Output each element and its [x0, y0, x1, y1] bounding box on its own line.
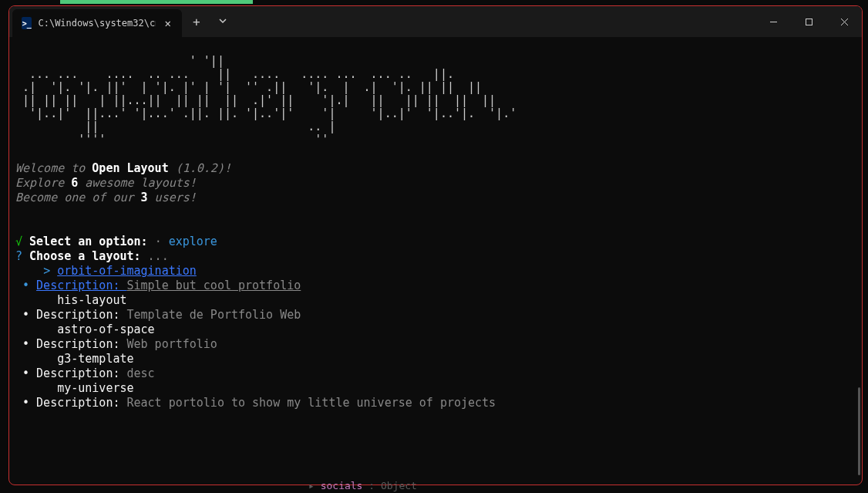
titlebar-left: >_ C:\Windows\system32\cmd.e ✕ + — [9, 6, 234, 37]
select-prompt-label: Select an option: — [29, 235, 148, 248]
new-tab-button[interactable]: + — [182, 15, 211, 29]
check-icon: √ — [15, 235, 22, 248]
tab-title: C:\Windows\system32\cmd.e — [38, 18, 155, 29]
select-dot: · — [155, 235, 162, 248]
footer-sep: : — [368, 480, 375, 491]
app-name: Open Layout — [92, 161, 168, 175]
footer-key: socials — [321, 480, 363, 491]
minimize-button[interactable] — [755, 9, 791, 34]
selected-option: explore — [169, 235, 217, 248]
terminal-window: >_ C:\Windows\system32\cmd.e ✕ + — [8, 5, 863, 485]
welcome-text-prefix: Welcome to — [15, 161, 92, 175]
maximize-button[interactable] — [791, 9, 826, 34]
window-controls — [755, 6, 862, 37]
powershell-icon: >_ — [22, 17, 32, 29]
footer-type: Object — [381, 480, 417, 491]
ascii-banner: ' '|| ... ... .... .. ... || .... .... .… — [15, 55, 856, 147]
become-suffix: users! — [148, 191, 197, 204]
scrollbar[interactable] — [858, 387, 860, 475]
choose-dots: ... — [148, 249, 169, 263]
svg-rect-1 — [806, 19, 812, 25]
close-window-button[interactable] — [826, 9, 862, 34]
tab-dropdown-button[interactable] — [211, 17, 234, 26]
footer-arrow-icon: ▸ — [308, 480, 315, 491]
terminal-output[interactable]: ' '|| ... ... .... .. ... || .... .... .… — [9, 37, 862, 414]
layout-count: 6 — [71, 176, 78, 190]
explore-prefix: Explore — [15, 176, 71, 190]
active-tab[interactable]: >_ C:\Windows\system32\cmd.e ✕ — [12, 9, 182, 37]
question-icon: ? — [15, 249, 22, 263]
become-prefix: Become one of our — [15, 191, 141, 204]
titlebar: >_ C:\Windows\system32\cmd.e ✕ + — [9, 6, 862, 37]
top-accent-bar — [60, 0, 253, 4]
footer-hint: ▸ socials : Object — [308, 480, 417, 491]
choose-prompt-label: Choose a layout: — [29, 249, 141, 263]
user-count: 3 — [141, 191, 148, 204]
explore-suffix: awesome layouts! — [78, 176, 197, 190]
version-text: (1.0.2)! — [169, 161, 231, 175]
layout-list[interactable]: > orbit-of-imagination • Description: Si… — [15, 264, 496, 410]
close-tab-button[interactable]: ✕ — [162, 15, 174, 31]
